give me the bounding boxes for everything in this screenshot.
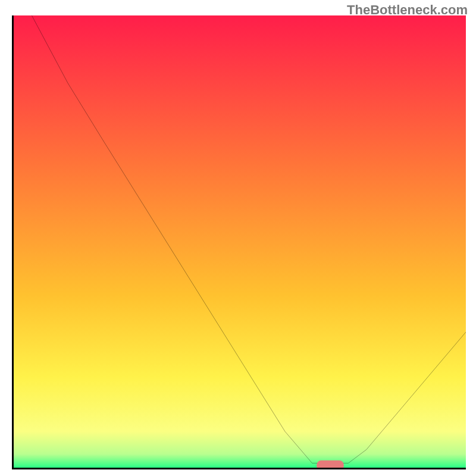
chart-axes-frame	[12, 15, 466, 469]
optimal-point-marker	[317, 461, 344, 468]
chart-background	[14, 15, 466, 468]
watermark-text: TheBottleneck.com	[347, 2, 468, 18]
bottleneck-chart	[14, 15, 466, 468]
